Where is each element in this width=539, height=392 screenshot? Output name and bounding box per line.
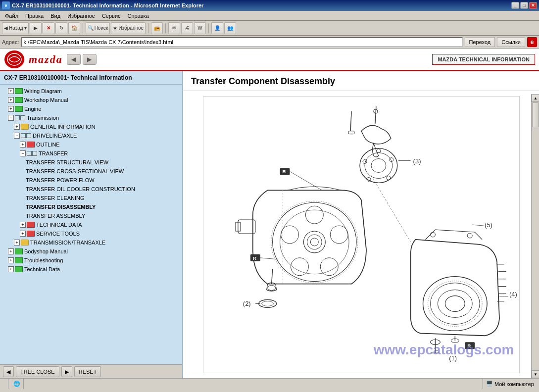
menu-edit[interactable]: Правка xyxy=(22,12,47,20)
go-button[interactable]: Переход xyxy=(465,37,495,47)
stop-button[interactable]: ✕ xyxy=(43,22,54,34)
expand-general[interactable] xyxy=(14,124,20,130)
tree-item-bodyshop[interactable]: Bodyshop Manual xyxy=(0,247,182,256)
svg-text:R: R xyxy=(282,169,286,174)
expand-outline[interactable] xyxy=(20,142,26,147)
tree-item-wiring[interactable]: Wiring Diagram xyxy=(0,87,182,96)
expand-bodyshop[interactable] xyxy=(8,248,14,254)
contacts-button[interactable]: 👥 xyxy=(224,22,236,34)
expand-transfer[interactable] xyxy=(20,150,26,156)
tree-item-troubleshooting[interactable]: Troubleshooting xyxy=(0,256,182,265)
media-button[interactable]: 📻 xyxy=(151,22,163,34)
transfer-label: TRANSFER xyxy=(39,149,68,157)
tree-item-technical-data[interactable]: TECHNICAL DATA xyxy=(0,220,182,229)
tree-item-tech-data-top[interactable]: Technical Data xyxy=(0,265,182,274)
mail-button[interactable]: ✉ xyxy=(168,22,180,34)
menu-view[interactable]: Вид xyxy=(48,12,63,20)
word-icon: W xyxy=(197,25,202,31)
address-bar: Адрес: Переход Ссылки e xyxy=(0,36,539,49)
tree-item-outline[interactable]: OUTLINE xyxy=(0,140,182,149)
tree-item-cleaning[interactable]: TRANSFER CLEANING xyxy=(0,194,182,202)
folder-service-icon xyxy=(27,231,35,237)
tree-item-cross-section[interactable]: TRANSFER CROSS-SECTIONAL VIEW xyxy=(0,167,182,176)
word-button[interactable]: W xyxy=(194,22,206,34)
tree-item-oil-cooler[interactable]: TRANSFER OIL COOLER CONSTRUCTION xyxy=(0,185,182,194)
expand-tech-data-top[interactable] xyxy=(8,266,14,272)
tree-item-service-tools[interactable]: SERVICE TOOLS xyxy=(0,229,182,238)
expand-driveline[interactable] xyxy=(14,133,20,139)
bottom-bar: ◀ TREE CLOSE ▶ RESET xyxy=(0,364,182,378)
tree-item-transmission[interactable]: Transmission xyxy=(0,113,182,122)
nav-prev-button[interactable]: ◀ xyxy=(67,54,81,65)
menu-favorites[interactable]: Избранное xyxy=(64,12,98,20)
status-ready xyxy=(2,379,8,389)
restore-button[interactable]: □ xyxy=(520,2,528,9)
double-icon-transfer xyxy=(27,151,37,156)
structural-label: TRANSFER STRUCTURAL VIEW xyxy=(26,158,108,166)
double-icon-driveline xyxy=(21,133,31,138)
tree-prev-button[interactable]: ◀ xyxy=(3,366,14,377)
address-input[interactable] xyxy=(21,37,463,47)
window-controls[interactable]: _ □ ✕ xyxy=(511,2,537,9)
print-icon: 🖨 xyxy=(185,25,190,31)
expand-workshop[interactable] xyxy=(8,97,14,103)
tree-item-power-flow[interactable]: TRANSFER POWER FLOW xyxy=(0,176,182,185)
minimize-button[interactable]: _ xyxy=(511,2,519,9)
scroll-up-button[interactable]: ▲ xyxy=(532,94,539,102)
menu-file[interactable]: Файл xyxy=(2,12,21,20)
separator-3 xyxy=(165,23,166,33)
favorites-button[interactable]: ★ Избранное xyxy=(111,22,146,34)
status-globe: 🌐 xyxy=(10,379,24,389)
expand-service-tools[interactable] xyxy=(20,231,26,237)
wiring-label: Wiring Diagram xyxy=(24,87,62,95)
tree-item-assembly[interactable]: TRANSFER ASSEMBLY xyxy=(0,211,182,220)
expand-transaxle[interactable] xyxy=(14,240,20,245)
folder-general-icon xyxy=(21,124,29,130)
nav-next-button[interactable]: ▶ xyxy=(83,54,97,65)
refresh-button[interactable]: ↻ xyxy=(55,22,67,34)
general-label: GENERAL INFORMATION xyxy=(30,123,95,131)
tree-item-structural[interactable]: TRANSFER STRUCTURAL VIEW xyxy=(0,158,182,167)
tree-item-driveline[interactable]: DRIVELINE/AXLE xyxy=(0,131,182,140)
main-area: CX-7 ER103100100001- Technical Informati… xyxy=(0,71,539,378)
window-title: CX-7 ER103100100001- Technical Informati… xyxy=(12,2,203,8)
right-scrollbar[interactable]: ▲ ▼ xyxy=(531,94,539,378)
expand-wiring[interactable] xyxy=(8,88,14,94)
expand-engine[interactable] xyxy=(8,106,14,112)
search-button[interactable]: 🔍 Поиск xyxy=(86,22,110,34)
expand-technical-data[interactable] xyxy=(20,222,26,228)
tree-item-transaxle[interactable]: TRANSMISSION/TRANSAXLE xyxy=(0,238,182,247)
tree-item-transfer[interactable]: TRANSFER xyxy=(0,149,182,158)
scroll-thumb[interactable] xyxy=(532,102,539,127)
tree-item-engine[interactable]: Engine xyxy=(0,104,182,113)
close-button[interactable]: ✕ xyxy=(529,2,537,9)
separator-4 xyxy=(208,23,209,33)
tree-item-general[interactable]: GENERAL INFORMATION xyxy=(0,122,182,131)
print-button[interactable]: 🖨 xyxy=(181,22,193,34)
tree-close-button[interactable]: TREE CLOSE xyxy=(16,366,59,377)
diagram-area: (3) R xyxy=(183,91,539,378)
links-button[interactable]: Ссылки xyxy=(497,37,525,47)
messenger-button[interactable]: 👤 xyxy=(211,22,223,34)
menu-service[interactable]: Сервис xyxy=(99,12,124,20)
transmission-label: Transmission xyxy=(27,114,59,122)
outline-label: OUTLINE xyxy=(36,141,60,148)
expand-troubleshooting[interactable] xyxy=(8,257,14,263)
separator-2 xyxy=(148,23,148,33)
back-arrow-icon: ◀ xyxy=(4,25,8,31)
scroll-down-button[interactable]: ▼ xyxy=(532,370,539,378)
service-tools-label: SERVICE TOOLS xyxy=(36,230,80,238)
disassembly-label: TRANSFER DISASSEMBLY xyxy=(26,203,96,211)
forward-button[interactable]: ▶ xyxy=(30,22,42,34)
back-button[interactable]: ◀ Назад ▾ xyxy=(2,22,29,34)
tree-item-workshop[interactable]: Workshop Manual xyxy=(0,96,182,104)
reset-button[interactable]: RESET xyxy=(74,366,101,377)
assembly-label: TRANSFER ASSEMBLY xyxy=(26,212,85,220)
tree-next-button[interactable]: ▶ xyxy=(61,366,72,377)
menu-help[interactable]: Справка xyxy=(125,12,152,20)
globe-icon: 🌐 xyxy=(13,381,20,387)
dropdown-arrow-icon: ▾ xyxy=(24,25,27,31)
expand-transmission[interactable] xyxy=(8,115,14,121)
home-button[interactable]: 🏠 xyxy=(68,22,80,34)
tree-item-disassembly[interactable]: TRANSFER DISASSEMBLY xyxy=(0,202,182,211)
